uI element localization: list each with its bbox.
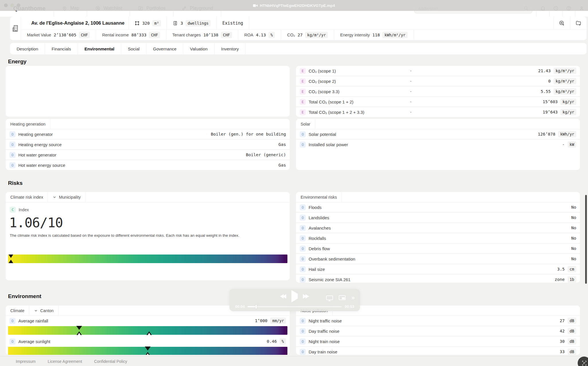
row-value: 27 [560, 318, 564, 323]
row-dash: - [410, 110, 412, 114]
noise-pollution-panel: Noise pollution ONight traffic noise27dB… [296, 306, 580, 355]
rewind-button[interactable] [280, 294, 286, 299]
scan-lines-icon [581, 360, 587, 366]
add-to-portfolio-button[interactable] [570, 17, 587, 30]
climate-risk-score: 1.06/10 [6, 213, 290, 230]
source-badge: O [300, 349, 306, 355]
footer-link-impressum[interactable]: Impressum [16, 359, 36, 364]
tab-valuation[interactable]: Valuation [183, 43, 214, 54]
row-label: CO₂ (scope 3.3) [309, 89, 538, 94]
climate-panel: Climate Canton OAverage rainfall1’000mm/… [6, 306, 290, 355]
row-unit: kg/yr [560, 109, 576, 115]
vertical-scrollbar[interactable] [585, 195, 587, 284]
source-badge: O [300, 256, 306, 262]
row-unit: kWh/yr [558, 131, 576, 137]
tab-governance[interactable]: Governance [147, 43, 184, 54]
row-label: Overbank sedimentation [309, 257, 568, 261]
row-label: Solar potential [309, 132, 535, 137]
table-row: OAverage rainfall1’000mm/yr [6, 316, 290, 326]
source-badge: O [9, 131, 15, 137]
property-stats-row: Market Value2’138’605CHFRental income88’… [21, 30, 587, 40]
row-value: No [571, 257, 576, 261]
row-dash: - [410, 99, 412, 104]
row-label: Landslides [309, 215, 568, 220]
row-unit: kg/yr [560, 99, 576, 105]
row-dash: - [410, 79, 412, 83]
table-row: OAvalanchesNo [296, 223, 580, 233]
tab-solar[interactable]: Solar [296, 119, 315, 129]
row-value: No [571, 246, 576, 251]
source-badge: O [300, 131, 306, 137]
play-button[interactable] [291, 294, 298, 299]
source-badge: O [300, 266, 306, 272]
row-dash: - [410, 68, 412, 73]
source-badge: O [9, 318, 15, 324]
row-value: Gas [279, 163, 286, 167]
heating-generation-panel: Heating generation OHeating generatorBoi… [6, 119, 290, 170]
table-row: ORockfallsNo [296, 233, 580, 243]
tab-description[interactable]: Description [10, 43, 45, 54]
tab-heating-generation[interactable]: Heating generation [6, 119, 50, 129]
environmental-risks-panel: Environmental risks OFloodsNoOLandslides… [296, 192, 580, 283]
tab-climate[interactable]: Climate [6, 306, 29, 316]
tab-environmental[interactable]: Environmental [78, 43, 121, 54]
solar-panel: Solar OSolar potential126’878kWh/yrOInst… [296, 119, 580, 170]
tab-climate-risk-index[interactable]: Climate risk index [6, 192, 48, 202]
row-unit: dB [568, 328, 576, 334]
scope-dropdown-canton[interactable]: Canton [29, 306, 59, 316]
tab-social[interactable]: Social [121, 43, 147, 54]
row-label: Hail size [309, 267, 554, 272]
row-value: zone [555, 277, 565, 282]
airplay-icon[interactable] [326, 295, 333, 300]
picture-in-picture-icon[interactable] [339, 295, 346, 300]
scope-dropdown-municipality[interactable]: Municipality [48, 192, 85, 202]
row-label: Rockfalls [309, 236, 568, 241]
status-segment: Existing [217, 17, 249, 30]
bar-marker-up [146, 331, 152, 335]
row-label: Hot water generator [18, 152, 243, 157]
tab-inventory[interactable]: Inventory [215, 43, 246, 54]
fast-forward-button[interactable] [303, 294, 309, 299]
tab-environmental-risks[interactable]: Environmental risks [296, 192, 342, 202]
seek-bar[interactable] [248, 306, 342, 307]
stat-energy-intensity: Energy intensity118kWh/m²/yr [334, 30, 414, 40]
row-label: Average sunlight [18, 339, 264, 344]
row-value: 5.55 [541, 89, 551, 94]
row-label: Avalanches [309, 226, 568, 230]
table-row: OHot water energy sourceGas [6, 160, 290, 170]
row-value: 42 [560, 329, 564, 333]
source-badge: O [300, 246, 306, 252]
row-unit: cm [568, 266, 576, 272]
footer-link-confidential[interactable]: Confidential Policy [94, 359, 127, 364]
dwellings-count: 3 [180, 21, 183, 26]
footer-link-license[interactable]: License Agreement [48, 359, 82, 364]
table-row: OLandslidesNo [296, 213, 580, 222]
property-header: Av. de l'Eglise-Anglaise 2, 1006 Lausann… [10, 17, 587, 40]
stat-tenant-charges: Tenant charges10’138CHF [166, 30, 238, 40]
row-label: Hot water energy source [18, 163, 276, 168]
table-row: ETotal CO₂ (scope 1 + 2)-15’603kg/yr [296, 97, 580, 107]
traffic-light-buttons[interactable] [4, 3, 20, 7]
row-unit: kg/m²/yr [554, 68, 576, 74]
dwellings-label: dwellings [186, 20, 211, 26]
video-player-controls[interactable]: » 00:04 00:53 [229, 289, 360, 311]
playback-speed-icon[interactable]: » [351, 296, 355, 300]
table-row: OHeating generatorBoiler (gen.) for one … [6, 129, 290, 139]
bar-marker-up [76, 331, 82, 335]
source-badge: O [300, 142, 306, 148]
bar-marker-down [76, 326, 82, 330]
detail-tabs: DescriptionFinancialsEnvironmentalSocial… [10, 43, 587, 54]
tab-financials[interactable]: Financials [45, 43, 78, 54]
table-row: OHot water generatorBoiler (generic) [6, 150, 290, 160]
minimize-window-icon [10, 3, 14, 7]
add-to-watchlist-button[interactable] [553, 17, 570, 30]
row-value: 126’878 [538, 132, 555, 136]
row-unit: dB [568, 349, 576, 355]
row-label: Night traffic noise [309, 318, 557, 323]
climate-risk-description: The climate risk index is calculated bas… [6, 230, 290, 238]
source-badge: O [300, 277, 306, 283]
row-unit: dB [568, 318, 576, 324]
energy-heading: Energy [8, 58, 26, 65]
index-marker [9, 255, 13, 258]
seek-thumb[interactable] [255, 305, 257, 309]
